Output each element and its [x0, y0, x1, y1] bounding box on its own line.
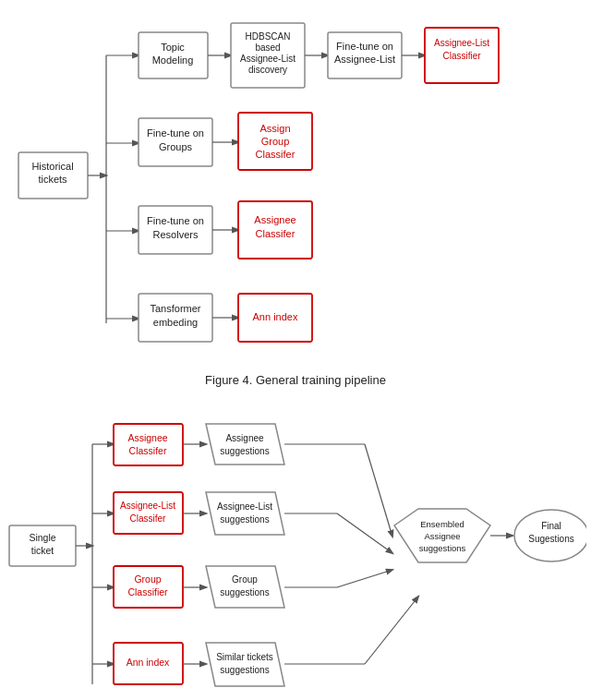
figure4-caption: Figure 4. General training pipeline: [0, 373, 591, 387]
svg-text:Classifier: Classifier: [127, 586, 168, 597]
svg-text:Resolvers: Resolvers: [153, 229, 199, 240]
svg-text:Ann index: Ann index: [253, 311, 298, 322]
svg-text:Groups: Groups: [159, 141, 193, 152]
svg-text:suggestions: suggestions: [419, 543, 466, 553]
svg-text:Classifer: Classifer: [256, 149, 296, 160]
svg-text:Ann index: Ann index: [127, 657, 170, 668]
svg-text:discovery: discovery: [248, 65, 287, 75]
svg-text:Historical: Historical: [31, 161, 73, 172]
figure5-svg: Single ticket Assignee Classifer Assigne…: [5, 416, 586, 700]
svg-text:embeding: embeding: [153, 317, 198, 328]
svg-text:Fine-tune on: Fine-tune on: [147, 215, 204, 226]
figure4-container: Historical tickets Topic Modeling HDBSCA…: [0, 0, 591, 407]
svg-text:Group: Group: [232, 574, 258, 585]
svg-text:Assignee-List: Assignee-List: [434, 38, 489, 48]
svg-text:Classifier: Classifier: [442, 51, 481, 61]
figure5-container: Single ticket Assignee Classifer Assigne…: [0, 407, 591, 700]
svg-text:suggestions: suggestions: [220, 446, 269, 456]
svg-text:Assignee-List: Assignee-List: [217, 501, 272, 512]
svg-text:Assignee: Assignee: [254, 214, 296, 225]
svg-text:Assignee: Assignee: [225, 433, 264, 443]
svg-text:Classifer: Classifer: [129, 445, 167, 456]
svg-text:suggestions: suggestions: [220, 587, 269, 597]
svg-text:Assignee: Assignee: [127, 432, 167, 443]
svg-text:Fine-tune on: Fine-tune on: [336, 41, 393, 52]
figure4-svg: Historical tickets Topic Modeling HDBSCA…: [9, 9, 582, 369]
svg-text:Topic: Topic: [161, 42, 185, 53]
svg-text:suggestions: suggestions: [220, 514, 269, 525]
svg-text:Classifer: Classifer: [130, 513, 167, 524]
svg-text:Similar tickets: Similar tickets: [216, 652, 273, 662]
svg-text:Assignee-List: Assignee-List: [334, 54, 395, 65]
svg-text:Fine-tune on: Fine-tune on: [147, 127, 204, 139]
svg-text:based: based: [255, 42, 280, 53]
svg-text:suggestions: suggestions: [220, 665, 269, 675]
svg-line-86: [337, 513, 392, 553]
svg-text:Assign: Assign: [259, 123, 290, 134]
svg-marker-67: [206, 492, 284, 535]
svg-text:Modeling: Modeling: [152, 54, 194, 66]
svg-text:ticket: ticket: [31, 545, 54, 556]
svg-text:Ensembled: Ensembled: [420, 519, 464, 529]
svg-text:Assignee-List: Assignee-List: [120, 501, 175, 511]
svg-text:tickets: tickets: [38, 174, 67, 185]
svg-line-88: [337, 570, 392, 587]
svg-text:Sugestions: Sugestions: [528, 534, 573, 544]
svg-text:Group: Group: [261, 136, 290, 147]
svg-text:Final: Final: [541, 521, 561, 531]
svg-text:Classifer: Classifer: [256, 228, 296, 239]
svg-text:Assignee: Assignee: [424, 531, 460, 541]
svg-text:Single: Single: [29, 532, 55, 543]
svg-line-84: [365, 444, 392, 537]
svg-text:Assignee-List: Assignee-List: [240, 54, 296, 64]
svg-text:HDBSCAN: HDBSCAN: [246, 31, 291, 42]
svg-marker-60: [206, 424, 284, 465]
svg-line-90: [365, 597, 418, 664]
svg-text:Group: Group: [134, 573, 161, 585]
svg-text:Tansformer: Tansformer: [150, 303, 200, 314]
